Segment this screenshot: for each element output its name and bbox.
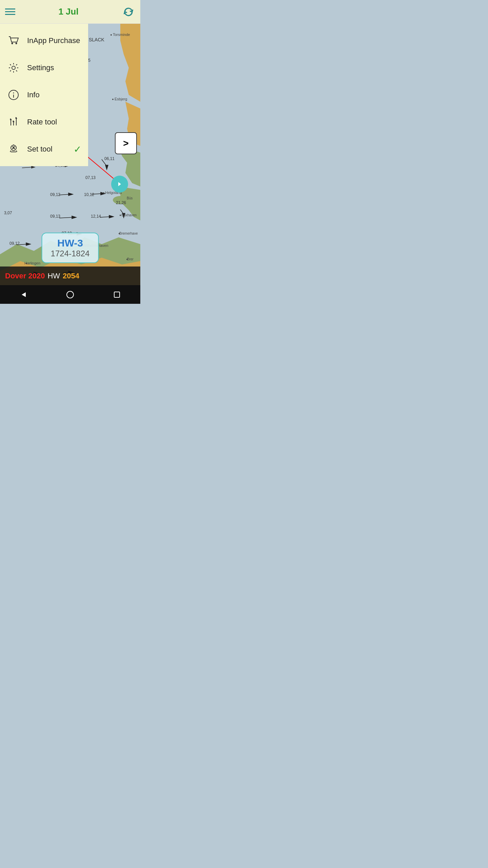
menu-item-rate-tool[interactable]: Rate tool — [0, 108, 88, 136]
svg-point-40 — [103, 192, 104, 194]
svg-line-82 — [16, 151, 17, 152]
rate-icon — [7, 115, 20, 129]
svg-marker-18 — [122, 213, 125, 218]
side-menu: InApp Purchase Settings Info — [0, 24, 88, 166]
header-date: 1 Jul — [58, 6, 78, 17]
svg-line-81 — [10, 151, 11, 152]
next-button[interactable]: > — [115, 132, 137, 154]
svg-marker-16 — [101, 192, 105, 195]
svg-point-43 — [120, 215, 121, 216]
svg-point-74 — [13, 93, 14, 94]
info-icon — [7, 88, 20, 102]
svg-text:Harlingen: Harlingen — [24, 261, 40, 265]
svg-line-21 — [100, 217, 110, 217]
android-home-button[interactable] — [65, 290, 75, 300]
svg-text:Esbjerg: Esbjerg — [115, 97, 127, 101]
tidal-info-box[interactable]: HW-3 1724-1824 — [42, 233, 99, 263]
svg-text:Brer: Brer — [127, 257, 134, 261]
svg-text:Büs: Büs — [127, 196, 133, 200]
svg-point-1 — [113, 196, 128, 204]
svg-line-31 — [87, 157, 117, 181]
svg-text:Cuxhaven: Cuxhaven — [121, 213, 137, 217]
svg-line-25 — [17, 244, 27, 245]
svg-text:3,07: 3,07 — [4, 211, 12, 215]
svg-text:Bremerhave: Bremerhave — [119, 232, 138, 235]
svg-marker-26 — [26, 243, 30, 245]
svg-point-70 — [12, 43, 13, 44]
svg-point-33 — [110, 34, 112, 36]
hw-time: 2054 — [63, 272, 79, 280]
svg-line-17 — [120, 210, 124, 214]
status-bar: Dover 2020 HW 2054 — [0, 267, 140, 285]
android-nav-bar — [0, 285, 140, 304]
dover-label: Dover 2020 — [5, 272, 45, 280]
svg-line-9 — [102, 159, 107, 166]
svg-point-72 — [12, 66, 15, 70]
svg-point-71 — [16, 43, 17, 44]
svg-line-19 — [59, 217, 73, 218]
menu-item-settings[interactable]: Settings — [0, 54, 88, 81]
svg-point-2 — [125, 202, 134, 208]
svg-rect-86 — [114, 292, 120, 297]
info-label: Info — [27, 91, 40, 99]
svg-text:Torsminde: Torsminde — [113, 33, 130, 37]
tidal-time-range: 1724-1824 — [51, 249, 90, 258]
svg-text:09,12: 09,12 — [50, 192, 60, 197]
cart-icon — [7, 34, 20, 47]
svg-text:07,13: 07,13 — [85, 175, 96, 180]
android-recents-button[interactable] — [112, 290, 122, 300]
gear-icon — [7, 61, 20, 75]
menu-item-set-tool[interactable]: Set tool ✓ — [0, 136, 88, 163]
svg-line-68 — [22, 167, 32, 168]
svg-marker-84 — [22, 292, 26, 297]
tidal-hw-label: HW-3 — [51, 237, 90, 249]
svg-text:09,12: 09,12 — [9, 241, 20, 246]
svg-marker-20 — [72, 216, 76, 219]
svg-line-13 — [59, 194, 69, 195]
refresh-button[interactable] — [122, 5, 135, 19]
android-back-button[interactable] — [18, 290, 28, 300]
menu-item-info[interactable]: Info — [0, 81, 88, 108]
set-tool-label: Set tool — [27, 145, 53, 154]
svg-text:SLACK: SLACK — [89, 37, 105, 42]
svg-point-36 — [112, 99, 114, 100]
svg-line-15 — [92, 194, 102, 194]
svg-marker-22 — [109, 215, 114, 218]
svg-text:06,11: 06,11 — [104, 156, 115, 161]
svg-point-45 — [119, 233, 120, 234]
svg-marker-69 — [31, 166, 36, 169]
svg-marker-10 — [105, 165, 108, 170]
svg-text:09,13: 09,13 — [50, 214, 60, 219]
set-tool-checkmark: ✓ — [74, 144, 81, 155]
hw-label: HW — [47, 272, 60, 280]
svg-point-53 — [126, 259, 128, 260]
svg-marker-14 — [68, 193, 73, 196]
svg-text:10,12: 10,12 — [84, 192, 94, 197]
hamburger-menu-button[interactable] — [5, 8, 15, 15]
menu-item-inapp-purchase[interactable]: InApp Purchase — [0, 27, 88, 54]
settings-label: Settings — [27, 63, 54, 72]
svg-point-49 — [26, 263, 27, 264]
svg-text:12,14: 12,14 — [91, 214, 101, 219]
app-header: 1 Jul — [0, 0, 140, 24]
svg-point-85 — [67, 291, 74, 298]
teal-nav-circle[interactable] — [111, 176, 128, 193]
rate-tool-label: Rate tool — [27, 118, 57, 126]
inapp-purchase-label: InApp Purchase — [27, 36, 80, 45]
svg-text:21,26: 21,26 — [116, 200, 126, 205]
compass-icon — [7, 142, 20, 156]
